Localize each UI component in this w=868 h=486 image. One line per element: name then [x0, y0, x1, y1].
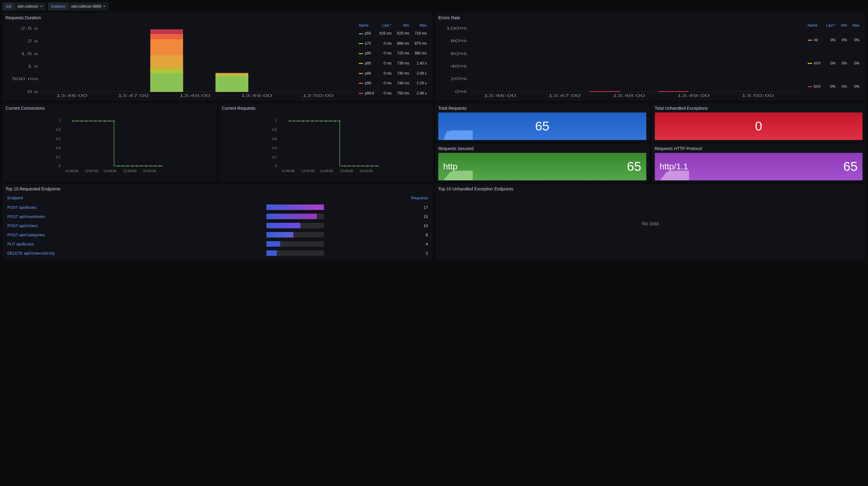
svg-point-49 — [86, 121, 87, 122]
endpoint-link[interactable]: POST api/Inventories — [5, 212, 265, 221]
stat-label: http/1.1 — [660, 162, 688, 171]
panel-title: Total Requests — [438, 106, 646, 111]
svg-text:13:50:00: 13:50:00 — [360, 169, 373, 173]
stat-label: http — [443, 162, 458, 171]
panel-total-unhandled[interactable]: Total Unhandled Exceptions 0 — [652, 103, 866, 141]
endpoint-link[interactable]: POST api/Categories — [5, 230, 265, 239]
svg-point-81 — [307, 121, 308, 122]
svg-point-87 — [334, 121, 336, 122]
chevron-down-icon — [40, 6, 42, 7]
svg-text:0.8: 0.8 — [56, 128, 60, 131]
endpoint-count: 8 — [326, 230, 430, 239]
duration-legend: Name Last * Min Max p50625 ms625 ms719 m… — [356, 22, 430, 98]
panel-title: Top 10 Unhandled Exception Endpoints — [438, 187, 863, 191]
panel-requests-secured[interactable]: Requests Secured http 65 — [435, 144, 649, 182]
legend-row[interactable]: p980 ms745 ms2.08 s — [356, 68, 429, 78]
svg-text:0.2: 0.2 — [272, 155, 277, 159]
svg-point-86 — [330, 121, 331, 122]
col-requests[interactable]: Requests — [326, 193, 430, 203]
svg-point-57 — [123, 165, 124, 167]
svg-marker-104 — [655, 171, 689, 181]
panel-requests-duration[interactable]: Requests Duration 0 s 500 ms 1 s 1.5 s 2… — [2, 13, 433, 101]
svg-rect-13 — [151, 73, 183, 92]
legend-col-max[interactable]: Max — [850, 23, 862, 28]
svg-point-93 — [362, 165, 363, 167]
panel-title: Top 10 Requested Endpoints — [5, 187, 430, 191]
legend-row[interactable]: p900 ms725 ms980 ms — [356, 48, 429, 58]
legend-col-max[interactable]: Max — [412, 23, 429, 28]
panel-current-requests[interactable]: Current Requests 1 0.8 0.6 0.4 0.2 0 13:… — [219, 103, 433, 182]
no-data-message: No data — [438, 193, 863, 254]
current-connections-chart[interactable]: 1 0.8 0.6 0.4 0.2 0 13:46:00 13:47:00 13… — [5, 112, 214, 173]
table-row: POST api/Inventories 15 — [5, 212, 430, 221]
legend-col-last[interactable]: Last * — [377, 23, 394, 28]
panel-current-connections[interactable]: Current Connections 1 0.8 0.6 0.4 0.2 0 … — [2, 103, 217, 182]
panel-errors-rate[interactable]: Errors Rate 0% 20% 40% 60% 80% 100% 13:4… — [435, 13, 866, 101]
legend-row[interactable]: p50625 ms625 ms719 ms — [356, 29, 429, 38]
panel-top-endpoints[interactable]: Top 10 Requested Endpoints Endpoint Requ… — [2, 184, 433, 260]
legend-col-min[interactable]: Min — [395, 23, 411, 28]
requests-duration-chart[interactable]: 0 s 500 ms 1 s 1.5 s 2 s 2.5 s — [5, 22, 353, 98]
stat-value: 65 — [535, 119, 549, 134]
instance-select[interactable]: otel-collector:8889 — [68, 2, 108, 10]
endpoint-link[interactable]: POST api/Orders — [5, 221, 265, 230]
svg-point-58 — [127, 165, 128, 167]
svg-text:1: 1 — [275, 119, 277, 122]
svg-point-96 — [376, 165, 377, 167]
svg-point-48 — [81, 121, 83, 122]
svg-point-60 — [136, 165, 137, 167]
legend-row[interactable]: p990 ms748 ms2.29 s — [356, 78, 429, 88]
legend-col-last[interactable]: Last * — [824, 23, 838, 28]
svg-text:2 s: 2 s — [28, 39, 38, 43]
legend-row[interactable]: 5XX0%0%0% — [805, 75, 862, 98]
current-requests-chart[interactable]: 1 0.8 0.6 0.4 0.2 0 13:46:00 13:47:00 13… — [222, 112, 430, 173]
legend-row[interactable]: 4XX0%0%0% — [805, 52, 862, 74]
svg-text:20%: 20% — [451, 77, 467, 81]
svg-point-84 — [320, 121, 322, 122]
svg-point-89 — [343, 165, 345, 167]
col-endpoint[interactable]: Endpoint — [5, 193, 265, 203]
svg-text:13:48:00: 13:48:00 — [613, 94, 645, 98]
legend-row[interactable]: p99.90 ms750 ms2.48 s — [356, 88, 429, 98]
svg-text:13:49:00: 13:49:00 — [677, 94, 710, 98]
instance-label: Instance — [48, 2, 68, 10]
legend-row[interactable]: p950 ms738 ms1.45 s — [356, 59, 429, 68]
legend-col-name[interactable]: Name — [805, 23, 823, 28]
errors-rate-chart[interactable]: 0% 20% 40% 60% 80% 100% 13:46:00 13:47:0… — [438, 22, 802, 98]
svg-point-79 — [298, 121, 299, 122]
endpoint-count: 15 — [326, 212, 430, 221]
endpoint-link[interactable]: POST api/Books — [5, 203, 265, 212]
panel-title: Current Connections — [5, 106, 214, 111]
svg-text:60%: 60% — [451, 52, 467, 56]
svg-point-62 — [146, 165, 147, 167]
svg-text:1 s: 1 s — [28, 64, 38, 68]
svg-text:0.8: 0.8 — [272, 128, 277, 131]
svg-text:500 ms: 500 ms — [12, 77, 38, 81]
table-row: POST api/Orders 10 — [5, 221, 430, 230]
svg-text:40%: 40% — [451, 64, 467, 68]
svg-text:0.6: 0.6 — [272, 137, 277, 140]
job-select[interactable]: otel-collector — [14, 2, 45, 10]
svg-point-95 — [371, 165, 372, 167]
svg-point-52 — [100, 121, 101, 122]
panel-total-requests[interactable]: Total Requests 65 — [435, 103, 649, 141]
svg-point-56 — [118, 165, 119, 167]
svg-text:13:47:00: 13:47:00 — [548, 94, 581, 98]
endpoint-link[interactable]: PUT api/Books — [5, 239, 265, 249]
svg-point-90 — [348, 165, 349, 167]
job-value: otel-collector — [18, 4, 38, 8]
legend-row[interactable]: p750 ms688 ms875 ms — [356, 39, 429, 48]
svg-point-46 — [72, 121, 73, 122]
svg-point-53 — [104, 121, 105, 122]
endpoint-link[interactable]: DELETE api/Orders/{id:int} — [5, 249, 265, 258]
legend-row[interactable]: All0%0%0% — [805, 29, 862, 51]
svg-point-51 — [95, 121, 96, 122]
legend-col-name[interactable]: Name — [356, 23, 376, 28]
svg-text:13:46:00: 13:46:00 — [484, 94, 516, 98]
legend-col-min[interactable]: Min — [839, 23, 849, 28]
svg-text:100%: 100% — [446, 26, 467, 30]
endpoint-count: 17 — [326, 203, 430, 212]
panel-requests-protocol[interactable]: Requests HTTP Protocol http/1.1 65 — [652, 144, 866, 182]
endpoint-count: 4 — [326, 239, 430, 249]
panel-top-exceptions[interactable]: Top 10 Unhandled Exception Endpoints No … — [435, 184, 866, 260]
